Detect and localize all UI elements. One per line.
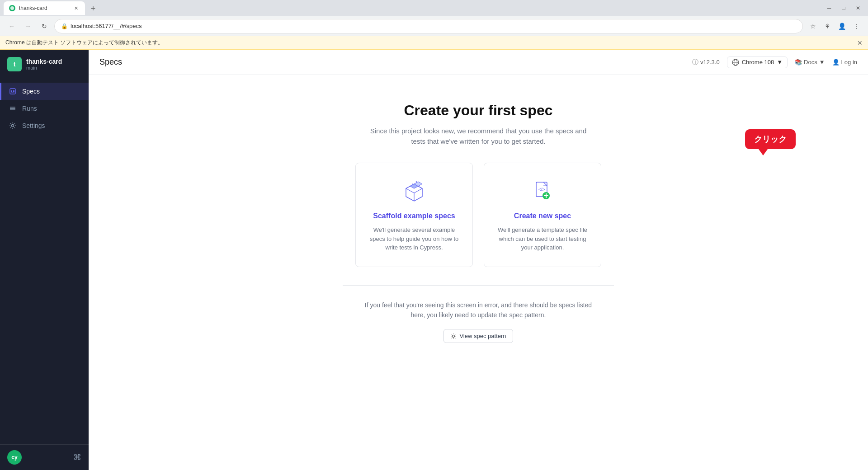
back-button[interactable]: ← [5,20,18,33]
automation-bar: Chrome は自動テスト ソフトウェアによって制御されています。 ✕ [0,36,868,50]
sidebar-item-settings[interactable]: Settings [0,117,89,134]
app-header: Specs ⓘ v12.3.0 Chrome 108 ▼ [89,50,868,75]
address-bar-row: ← → ↻ 🔒 localhost:56177/__/#/specs ☆ ⚘ 👤… [0,16,868,36]
docs-link[interactable]: 📚 Docs ▼ [795,59,825,66]
close-button[interactable]: ✕ [852,2,864,14]
forward-button[interactable]: → [22,20,34,33]
scaffold-icon: ✦ ✦ [401,178,428,205]
page-title: Specs [99,57,122,67]
browser-name: Chrome 108 [742,59,774,66]
error-text: If you feel that you're seeing this scre… [361,300,596,320]
specs-content: クリック Create your first spec Since this p… [89,75,868,470]
svg-point-8 [12,125,14,127]
automation-text: Chrome は自動テスト ソフトウェアによって制御されています。 [5,39,163,47]
tab-title: thanks-card [19,5,69,11]
tab-bar: thanks-card ✕ + [4,1,823,15]
tab-favicon [9,5,15,11]
svg-point-0 [10,6,14,10]
login-button[interactable]: 👤 Log in [832,59,857,66]
tooltip-bubble: クリック [745,129,796,149]
scaffold-card[interactable]: ✦ ✦ Scaffold example specs We'll generat… [355,163,473,267]
sidebar-footer: cy ⌘ [0,444,89,470]
svg-line-14 [414,188,422,193]
scaffold-description: We'll generate several example specs to … [367,226,462,252]
settings-label: Settings [22,122,45,129]
view-spec-pattern-button[interactable]: View spec pattern [443,329,513,343]
address-bar[interactable]: 🔒 localhost:56177/__/#/specs [54,19,803,33]
spec-cards: ✦ ✦ Scaffold example specs We'll generat… [355,163,601,267]
gear-icon [450,333,457,339]
svg-text:✦: ✦ [411,183,413,185]
new-tab-button[interactable]: + [87,2,99,15]
view-pattern-label: View spec pattern [459,333,506,339]
sidebar-item-specs[interactable]: Specs [0,83,89,100]
svg-text:✦: ✦ [415,180,418,183]
minimize-button[interactable]: ─ [823,2,835,14]
version-info[interactable]: ⓘ v12.3.0 [692,58,720,66]
create-new-spec-card[interactable]: </> Create new spec We'll generate a tem… [484,163,601,267]
cypress-logo: cy [7,450,22,465]
lock-icon: 🔒 [61,23,68,29]
svg-line-13 [406,188,414,193]
new-spec-icon: </> [529,178,556,205]
project-branch: main [26,65,62,70]
project-icon: t [7,57,22,71]
specs-label: Specs [22,88,40,95]
create-spec-subtitle: Since this project looks new, we recomme… [370,126,587,146]
extensions-button[interactable]: ⚘ [821,20,834,33]
version-icon: ⓘ [692,58,698,66]
svg-rect-1 [10,89,15,94]
project-name: thanks-card [26,58,62,65]
docs-text: Docs [804,59,817,66]
app-layout: t thanks-card main [0,50,868,470]
tab-close-button[interactable]: ✕ [72,5,80,12]
specs-icon [9,87,17,95]
menu-button[interactable]: ⋮ [850,20,863,33]
svg-rect-3 [13,90,14,92]
window-controls: ─ □ ✕ [823,2,864,14]
browser-title-bar: thanks-card ✕ + ─ □ ✕ [0,0,868,16]
runs-label: Runs [22,105,37,112]
reload-button[interactable]: ↻ [38,20,51,33]
login-text: Log in [841,59,857,66]
keyboard-shortcut-icon[interactable]: ⌘ [73,452,81,462]
automation-bar-close[interactable]: ✕ [857,39,863,47]
tooltip-text: クリック [754,135,787,144]
svg-rect-2 [11,90,12,92]
version-text: v12.3.0 [700,59,720,66]
svg-point-25 [453,335,455,337]
sidebar: t thanks-card main [0,50,89,470]
section-divider [343,285,614,286]
project-info: t thanks-card main [7,57,81,71]
sidebar-nav: Specs Runs [0,77,89,444]
create-spec-title: Create your first spec [404,102,552,119]
new-spec-title: Create new spec [514,212,571,220]
bookmark-button[interactable]: ☆ [807,20,819,33]
scaffold-title: Scaffold example specs [373,212,455,220]
svg-text:</>: </> [538,187,545,192]
header-right: ⓘ v12.3.0 Chrome 108 ▼ 📚 [692,56,857,68]
sidebar-item-runs[interactable]: Runs [0,100,89,117]
docs-chevron-icon: ▼ [819,59,825,66]
url-text: localhost:56177/__/#/specs [71,23,142,29]
main-content: Specs ⓘ v12.3.0 Chrome 108 ▼ [89,50,868,470]
sidebar-header: t thanks-card main [0,50,89,77]
browser-selector[interactable]: Chrome 108 ▼ [727,56,788,68]
toolbar-right: ☆ ⚘ 👤 ⋮ [807,20,863,33]
new-spec-description: We'll generate a template spec file whic… [495,226,590,252]
browser-chevron-icon: ▼ [777,59,783,66]
maximize-button[interactable]: □ [837,2,850,14]
browser-icon [732,59,739,66]
settings-icon [9,122,17,130]
active-tab[interactable]: thanks-card ✕ [4,1,85,15]
docs-icon: 📚 [795,59,802,66]
user-icon: 👤 [832,59,840,66]
profile-button[interactable]: 👤 [835,20,848,33]
browser-frame: thanks-card ✕ + ─ □ ✕ ← → ↻ 🔒 localhost:… [0,0,868,470]
runs-icon [9,104,17,113]
